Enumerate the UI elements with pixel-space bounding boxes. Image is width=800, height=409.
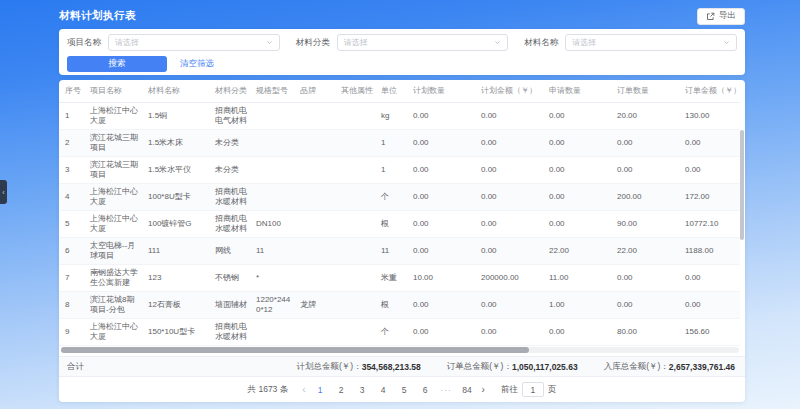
order-total-label: 订单总金额(￥)： [447, 361, 512, 373]
table-cell: 200.00 [614, 184, 682, 211]
page-button[interactable]: 5 [398, 385, 411, 395]
column-header: 序号 [59, 80, 87, 103]
page-button[interactable]: 84 [461, 385, 474, 395]
column-header: 材料名称 [145, 80, 212, 103]
table-cell: 150*10U型卡 [145, 319, 212, 346]
table-header-row: 序号项目名称材料名称材料分类规格型号品牌其他属性单位计划数量计划金额（￥）申请数… [59, 80, 740, 103]
prev-page-button[interactable]: ‹ [302, 386, 305, 394]
table-cell: 1 [378, 130, 410, 157]
filter-actions: 搜索 清空筛选 [67, 56, 737, 72]
table-body: 1上海松江中心大厦1.5铜招商机电 电气材料kg0.000.000.0020.0… [59, 103, 740, 346]
table-cell: 8 [59, 292, 87, 319]
sidebar-expand-handle[interactable]: ‹ [0, 180, 7, 204]
summary-total-label: 合计 [67, 361, 84, 373]
table-cell: 招商机电 水暖材料 [212, 211, 253, 238]
table-cell [297, 238, 338, 265]
material-category-select[interactable]: 请选择 [337, 34, 509, 51]
page-button[interactable]: 6 [419, 385, 432, 395]
table-cell: 5 [59, 211, 87, 238]
table-cell [253, 184, 297, 211]
page-title: 材料计划执行表 [59, 9, 136, 23]
table-cell: 招商机电 电气材料 [212, 103, 253, 130]
export-label: 导出 [719, 10, 736, 22]
table-row: 8滨江花城8期项目-分包12石膏板墙面辅材1220*2440*12龙牌根0.00… [59, 292, 740, 319]
column-header: 计划金额（￥） [478, 80, 546, 103]
table-cell: DN100 [253, 211, 297, 238]
page-button[interactable]: 1 [314, 385, 327, 395]
table-cell: 上海松江中心大厦 [87, 319, 145, 346]
table-cell: 90.00 [614, 211, 682, 238]
table-cell: 1 [59, 103, 87, 130]
material-select-placeholder: 请选择 [572, 37, 596, 48]
table-cell: 太空电梯--月球项目 [87, 238, 145, 265]
table-cell: 0.00 [478, 238, 546, 265]
table-cell [338, 238, 378, 265]
column-header: 订单金额（￥） [682, 80, 740, 103]
table-cell: 0.00 [546, 157, 614, 184]
table-cell: 0.00 [682, 157, 740, 184]
summary-row: 合计 计划总金额(￥)： 354,568,213.58 订单总金额(￥)： 1,… [59, 356, 745, 377]
table-panel: 序号项目名称材料名称材料分类规格型号品牌其他属性单位计划数量计划金额（￥）申请数… [59, 80, 745, 402]
export-icon [706, 12, 715, 21]
table-cell: 上海松江中心大厦 [87, 103, 145, 130]
search-button[interactable]: 搜索 [67, 56, 167, 72]
table-cell: 0.00 [410, 238, 478, 265]
table-cell: 滨江花城三期项目 [87, 130, 145, 157]
table-cell [338, 103, 378, 130]
table-cell [338, 184, 378, 211]
table-cell: 米重 [378, 265, 410, 292]
inbound-total-label: 入库总金额(￥)： [604, 361, 669, 373]
table-row: 5上海松江中心大厦100镀锌管G招商机电 水暖材料DN100根0.000.000… [59, 211, 740, 238]
table-cell: 1 [378, 157, 410, 184]
table-cell [253, 319, 297, 346]
table-cell [253, 103, 297, 130]
table-cell: 0.00 [410, 211, 478, 238]
table-cell: 3 [59, 157, 87, 184]
vertical-scrollbar-thumb[interactable] [740, 130, 744, 240]
page-jump-input[interactable] [522, 382, 544, 397]
clear-filter-link[interactable]: 清空筛选 [180, 58, 214, 70]
table-cell: 10.00 [410, 265, 478, 292]
table-cell: 根 [378, 211, 410, 238]
page-button[interactable]: 2 [335, 385, 348, 395]
table-cell: 130.00 [682, 103, 740, 130]
table-cell [297, 130, 338, 157]
table-cell: 招商机电 水暖材料 [212, 319, 253, 346]
horizontal-scrollbar-thumb[interactable] [61, 347, 529, 353]
project-name-select[interactable]: 请选择 [108, 34, 280, 51]
material-plan-table: 序号项目名称材料名称材料分类规格型号品牌其他属性单位计划数量计划金额（￥）申请数… [59, 80, 740, 346]
table-row: 9上海松江中心大厦150*10U型卡招商机电 水暖材料个0.000.000.00… [59, 319, 740, 346]
page-button[interactable]: 3 [356, 385, 369, 395]
table-cell: kg [378, 103, 410, 130]
table-cell: 2 [59, 130, 87, 157]
column-header: 规格型号 [253, 80, 297, 103]
table-cell: 22.00 [614, 238, 682, 265]
table-cell: 0.00 [682, 265, 740, 292]
table-cell [297, 265, 338, 292]
table-cell: 0.00 [410, 157, 478, 184]
table-cell [253, 130, 297, 157]
material-category-label: 材料分类 [296, 37, 330, 49]
table-cell: 滨江花城8期项目-分包 [87, 292, 145, 319]
table-cell: 1188.00 [682, 238, 740, 265]
page-button[interactable]: 4 [377, 385, 390, 395]
summary-totals: 计划总金额(￥)： 354,568,213.58 订单总金额(￥)： 1,050… [296, 361, 735, 373]
table-cell: 7 [59, 265, 87, 292]
table-cell: 0.00 [478, 130, 546, 157]
table-cell: 墙面辅材 [212, 292, 253, 319]
pagination: 共 1673 条 ‹ 123456···84 › 前往 页 [59, 377, 745, 402]
table-cell: 0.00 [478, 211, 546, 238]
table-cell: 1.5铜 [145, 103, 212, 130]
table-cell [338, 157, 378, 184]
material-name-select[interactable]: 请选择 [565, 34, 737, 51]
table-cell: 南钢盛达大学生公寓新建 [87, 265, 145, 292]
table-cell [338, 292, 378, 319]
table-cell: 100镀锌管G [145, 211, 212, 238]
order-total-group: 订单总金额(￥)： 1,050,117,025.63 [447, 361, 578, 373]
table-cell: 200000.00 [478, 265, 546, 292]
horizontal-scrollbar-track [61, 347, 739, 353]
table-cell: 0.00 [410, 130, 478, 157]
table-cell: 招商机电 水暖材料 [212, 184, 253, 211]
export-button[interactable]: 导出 [697, 8, 745, 25]
next-page-button[interactable]: › [482, 386, 485, 394]
